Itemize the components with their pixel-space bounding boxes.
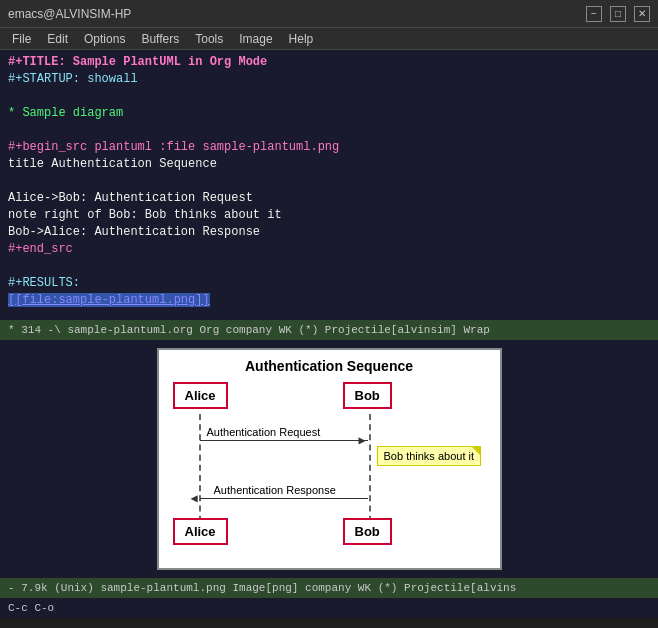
editor-line: [8, 88, 650, 105]
editor-line: title Authentication Sequence: [8, 156, 650, 173]
editor-line: [8, 258, 650, 275]
close-button[interactable]: ✕: [634, 6, 650, 22]
note-bob: Bob thinks about it: [377, 446, 482, 466]
editor-line: #+begin_src plantuml :file sample-plantu…: [8, 139, 650, 156]
actor-bob-bottom: Bob: [343, 518, 392, 545]
statusbar-bottom-text: - 7.9k (Unix) sample-plantuml.png Image[…: [8, 582, 516, 594]
menu-image[interactable]: Image: [231, 30, 280, 48]
statusbar-top: * 314 -\ sample-plantuml.org Org company…: [0, 320, 658, 340]
menu-help[interactable]: Help: [281, 30, 322, 48]
arrow-head-left: ◀: [191, 491, 198, 506]
editor-line: #+TITLE: Sample PlantUML in Org Mode: [8, 54, 650, 71]
menu-edit[interactable]: Edit: [39, 30, 76, 48]
titlebar: emacs@ALVINSIM-HP − □ ✕: [0, 0, 658, 28]
minimize-button[interactable]: −: [586, 6, 602, 22]
note-text: Bob thinks about it: [384, 450, 475, 462]
editor-line: #+end_src: [8, 241, 650, 258]
editor-line: [8, 173, 650, 190]
titlebar-title: emacs@ALVINSIM-HP: [8, 7, 131, 21]
menubar: File Edit Options Buffers Tools Image He…: [0, 28, 658, 50]
diagram-title: Authentication Sequence: [167, 358, 492, 374]
statusbar-bottom: - 7.9k (Unix) sample-plantuml.png Image[…: [0, 578, 658, 598]
editor-line: #+RESULTS:: [8, 275, 650, 292]
menu-tools[interactable]: Tools: [187, 30, 231, 48]
minibuffer[interactable]: C-c C-o: [0, 598, 658, 618]
file-link[interactable]: [[file:sample-plantuml.png]]: [8, 293, 210, 307]
arrow-response: [200, 498, 368, 499]
editor-line: Alice->Bob: Authentication Request: [8, 190, 650, 207]
editor-line: * Sample diagram: [8, 105, 650, 122]
editor-line[interactable]: [[file:sample-plantuml.png]]: [8, 292, 650, 309]
menu-buffers[interactable]: Buffers: [133, 30, 187, 48]
menu-file[interactable]: File: [4, 30, 39, 48]
actor-alice-top: Alice: [173, 382, 228, 409]
diagram-container: Authentication Sequence Alice Bob ▶ Auth…: [0, 340, 658, 578]
editor-line: #+STARTUP: showall: [8, 71, 650, 88]
menu-options[interactable]: Options: [76, 30, 133, 48]
diagram: Authentication Sequence Alice Bob ▶ Auth…: [157, 348, 502, 570]
statusbar-top-text: * 314 -\ sample-plantuml.org Org company…: [8, 324, 490, 336]
maximize-button[interactable]: □: [610, 6, 626, 22]
minibuffer-text: C-c C-o: [8, 602, 54, 614]
editor-line: Bob->Alice: Authentication Response: [8, 224, 650, 241]
arrow-response-label: Authentication Response: [214, 484, 336, 496]
editor-line: [8, 122, 650, 139]
editor[interactable]: #+TITLE: Sample PlantUML in Org Mode #+S…: [0, 50, 658, 320]
arrow-request-label: Authentication Request: [207, 426, 321, 438]
arrow-head-right: ▶: [359, 433, 366, 448]
arrow-request: [200, 440, 368, 441]
actor-alice-bottom: Alice: [173, 518, 228, 545]
editor-line: note right of Bob: Bob thinks about it: [8, 207, 650, 224]
actor-bob-top: Bob: [343, 382, 392, 409]
note-corner: [472, 447, 480, 455]
titlebar-controls: − □ ✕: [586, 6, 650, 22]
